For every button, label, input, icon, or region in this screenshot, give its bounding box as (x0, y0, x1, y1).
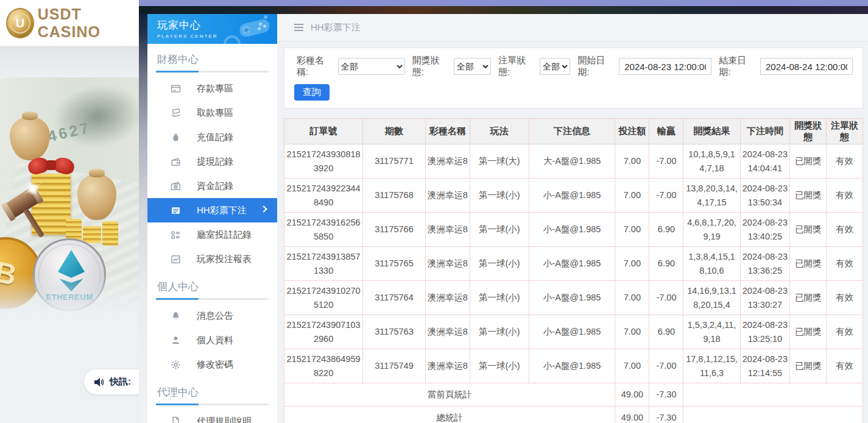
background-edge-strip (139, 0, 147, 423)
document-icon (171, 416, 181, 423)
col-bet-time: 下注時間 (740, 119, 790, 144)
col-result: 開獎結果 (683, 119, 740, 144)
moneybag-icon (171, 132, 181, 143)
section-underline (156, 71, 269, 73)
sidebar-item-label: 個人資料 (197, 335, 233, 346)
user-icon (171, 335, 181, 346)
col-amount: 投注額 (615, 119, 649, 144)
brand-name: USDT CASINO (38, 5, 139, 41)
col-draw-status: 開獎狀態 (790, 119, 827, 144)
brand-header: U USDT CASINO (0, 0, 139, 46)
sidebar-item-label: 提現記錄 (197, 156, 233, 168)
page-summary-label: 當前頁統計 (284, 383, 615, 407)
order-status-select[interactable]: 全部 (540, 58, 570, 75)
sidebar-item-recharge-records[interactable]: 充值記錄 (156, 125, 269, 149)
red-bow (28, 158, 74, 179)
menu-toggle-icon[interactable] (294, 24, 303, 31)
total-summary-winloss: -7.30 (649, 407, 683, 423)
page-summary-winloss: -7.30 (649, 383, 683, 407)
logo-letter: U (10, 13, 30, 34)
deposit-card-icon (171, 84, 181, 94)
sidebar-item-player-bet-report[interactable]: 玩家投注報表 (156, 247, 269, 271)
col-order-status: 注單狀態 (827, 119, 863, 144)
sidebar-item-deposit[interactable]: 存款專區 (156, 76, 269, 101)
lottery-list-icon (171, 205, 181, 216)
sidebar-item-withdraw[interactable]: 取款專區 (156, 101, 269, 125)
section-agent-center: 代理中心 (157, 385, 267, 399)
search-button[interactable]: 查詢 (294, 84, 330, 101)
withdraw-hand-icon (171, 108, 181, 118)
sidebar-item-label: 修改密碼 (197, 359, 233, 371)
total-summary-row: 總統計 49.00 -7.30 (284, 407, 863, 423)
sidebar-item-label: 廳室投註記錄 (197, 229, 252, 241)
page-summary-empty (683, 383, 863, 407)
col-period: 期數 (363, 119, 426, 144)
draw-status-label: 開獎狀態: (412, 55, 449, 78)
table-row: 215217243907103296031175763澳洲幸运8第一球(小)小-… (284, 315, 863, 349)
page-summary-amount: 49.00 (615, 383, 649, 407)
chevron-right-icon (260, 205, 267, 212)
gear-icon (171, 360, 181, 370)
table-row: 215217243916256585031175766澳洲幸运8第一球(小)小-… (284, 213, 863, 247)
funds-wallet-icon (171, 181, 181, 191)
wallet-icon (171, 157, 181, 167)
artwork-fade (0, 274, 139, 316)
sidebar-item-label: 充值記錄 (197, 132, 233, 143)
sidebar-item-announcements[interactable]: 消息公告 (156, 304, 269, 328)
start-date-input[interactable] (619, 58, 711, 75)
sidebar-item-agent-rules[interactable]: 代理規則說明 (156, 409, 269, 423)
end-date-label: 結束日期: (719, 55, 755, 78)
section-personal-center: 個人中心 (157, 280, 267, 294)
news-ticker[interactable]: 快訊: (84, 369, 139, 394)
ticker-label: 快訊: (110, 376, 131, 388)
order-status-label: 注單狀態: (498, 55, 535, 78)
sidebar-item-withdraw-records[interactable]: 提現記錄 (156, 149, 269, 174)
bill-engraving (44, 77, 139, 157)
sidebar-item-label: 代理規則說明 (197, 416, 252, 423)
filter-panel: 彩種名稱: 全部 開獎狀態: 全部 注單狀態: 全部 開始日期: 結束日期: 查… (284, 48, 863, 108)
top-dark-banner (139, 6, 868, 14)
draw-status-select[interactable]: 全部 (454, 58, 492, 75)
sidebar-item-label: HH彩票下注 (197, 205, 247, 216)
sidebar-menu: 財務中心 存款專區 取款專區 充值記錄 提現記錄 (147, 52, 277, 423)
section-underline (156, 298, 269, 300)
divider-strip (0, 46, 139, 77)
lottery-type-label: 彩種名稱: (297, 55, 333, 78)
sidebar-item-funds-records[interactable]: 資金記錄 (156, 174, 269, 198)
content-topbar: HH彩票下注 (277, 14, 868, 41)
sidebar-item-room-bet-records[interactable]: 廳室投註記錄 (156, 222, 269, 247)
end-date-input[interactable] (760, 58, 853, 75)
sidebar: 玩家中心 PLAYERS CENTER 財務中心 存款專區 取款專區 (147, 14, 277, 423)
gold-coin-stack (66, 219, 82, 241)
page-summary-row: 當前頁統計 49.00 -7.30 (284, 383, 863, 407)
col-bet-info: 下注信息 (529, 119, 615, 144)
total-summary-label: 總統計 (284, 407, 615, 423)
sidebar-header: 玩家中心 PLAYERS CENTER (147, 14, 277, 44)
promo-artwork: KB4627 B ETHEREUM (0, 77, 139, 316)
bell-icon (171, 311, 181, 321)
sidebar-item-profile[interactable]: 個人資料 (156, 328, 269, 352)
top-purple-bar (139, 0, 868, 6)
sidebar-item-label: 存款專區 (197, 83, 233, 94)
bets-table-panel: 訂單號 期數 彩種名稱 玩法 下注信息 投注額 輸贏 開獎結果 下注時間 開獎狀… (284, 118, 863, 423)
col-lottery: 彩種名稱 (425, 119, 470, 144)
lottery-type-select[interactable]: 全部 (338, 58, 405, 75)
gold-coin-stack (102, 221, 118, 246)
table-row: 215217243922344849031175768澳洲幸运8第一球(小)小-… (284, 179, 863, 213)
table-row: 215217243910270512031175764澳洲幸运8第一球(小)小-… (284, 281, 863, 315)
table-row: 215217243913857133031175765澳洲幸运8第一球(小)小-… (284, 247, 863, 281)
sidebar-item-change-password[interactable]: 修改密碼 (156, 352, 269, 377)
total-summary-amount: 49.00 (615, 407, 649, 423)
total-summary-empty (683, 407, 863, 423)
left-promo-panel: U USDT CASINO KB4627 B ETHEREUM (0, 0, 139, 423)
sidebar-item-hh-lottery-bets[interactable]: HH彩票下注 (147, 198, 277, 222)
section-underline (156, 403, 269, 405)
bets-table: 訂單號 期數 彩種名稱 玩法 下注信息 投注額 輸贏 開獎結果 下注時間 開獎狀… (284, 118, 863, 423)
sidebar-item-label: 玩家投注報表 (197, 254, 252, 265)
col-win-loss: 輸贏 (649, 119, 683, 144)
table-row: 215217243864959822031175749澳洲幸运8第一球(小)小-… (284, 349, 863, 383)
sidebar-item-label: 取款專區 (197, 107, 233, 119)
table-header-row: 訂單號 期數 彩種名稱 玩法 下注信息 投注額 輸贏 開獎結果 下注時間 開獎狀… (284, 119, 863, 144)
section-finance-center: 財務中心 (157, 52, 267, 66)
main-content: HH彩票下注 彩種名稱: 全部 開獎狀態: 全部 注單狀態: 全部 開始日期: … (277, 14, 868, 423)
